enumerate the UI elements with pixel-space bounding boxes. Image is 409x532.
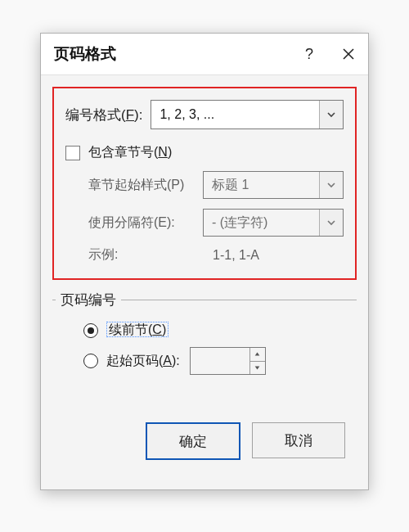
start-at-radio[interactable] (83, 354, 98, 368)
separator-combo: - (连字符) (203, 209, 344, 237)
chapter-style-value: 标题 1 (204, 172, 319, 198)
number-format-combo[interactable]: 1, 2, 3, ... (151, 100, 344, 129)
chapter-style-combo: 标题 1 (203, 171, 344, 199)
start-at-value[interactable] (191, 348, 249, 374)
continue-previous-radio[interactable] (83, 323, 98, 338)
include-chapter-row[interactable]: 包含章节号(N) (65, 144, 344, 161)
help-icon: ? (305, 46, 313, 63)
close-icon (343, 48, 354, 60)
action-buttons: 确定 取消 (52, 408, 357, 476)
separator-label: 使用分隔符(E): (88, 214, 203, 232)
spin-up-button[interactable] (250, 348, 265, 361)
dialog-frame: 页码格式 ? 编号格式(F): 1, 2, 3, ... (40, 33, 369, 490)
example-label: 示例: (88, 246, 203, 264)
page-numbering-group: 页码编号 续前节(C) 起始页码(A): (52, 300, 357, 408)
chevron-down-icon (327, 110, 335, 119)
start-at-spin (190, 347, 266, 375)
chapter-style-dropdown-button (319, 172, 343, 198)
number-format-label: 编号格式(F): (65, 106, 151, 124)
separator-dropdown-button (319, 210, 343, 236)
separator-value: - (连字符) (204, 210, 319, 236)
cancel-button[interactable]: 取消 (252, 422, 345, 458)
page-numbering-label: 页码编号 (56, 291, 121, 309)
help-button[interactable]: ? (290, 34, 329, 74)
focus-highlight: 续前节(C) (106, 322, 169, 337)
example-value: 1-1, 1-A (203, 248, 344, 263)
close-button[interactable] (329, 34, 368, 74)
chevron-down-icon (327, 181, 335, 189)
dialog-body: 编号格式(F): 1, 2, 3, ... 包含章节号(N) (41, 75, 368, 489)
chapter-style-label: 章节起始样式(P) (88, 177, 203, 194)
ok-button[interactable]: 确定 (146, 422, 240, 460)
chapter-options: 章节起始样式(P) 标题 1 使用分隔符(E): - (连字符) (65, 171, 344, 264)
dialog-title: 页码格式 (54, 43, 290, 65)
include-chapter-label: 包含章节号(N) (88, 144, 172, 161)
triangle-down-icon (254, 365, 260, 371)
number-format-dropdown-button[interactable] (319, 101, 343, 128)
chevron-down-icon (327, 219, 335, 227)
number-format-value: 1, 2, 3, ... (151, 101, 319, 128)
number-format-row: 编号格式(F): 1, 2, 3, ... (65, 100, 344, 129)
start-at-row[interactable]: 起始页码(A): (83, 347, 345, 375)
start-at-label: 起始页码(A): (106, 353, 180, 370)
spin-buttons (249, 348, 265, 374)
spin-down-button[interactable] (250, 361, 265, 375)
svg-marker-2 (255, 353, 260, 356)
include-chapter-checkbox[interactable] (65, 146, 80, 160)
svg-marker-3 (255, 366, 260, 369)
continue-previous-row[interactable]: 续前节(C) (83, 322, 345, 339)
highlight-group: 编号格式(F): 1, 2, 3, ... 包含章节号(N) (52, 87, 357, 280)
titlebar: 页码格式 ? (41, 34, 368, 75)
triangle-up-icon (254, 351, 260, 357)
continue-previous-label: 续前节(C) (106, 322, 169, 339)
